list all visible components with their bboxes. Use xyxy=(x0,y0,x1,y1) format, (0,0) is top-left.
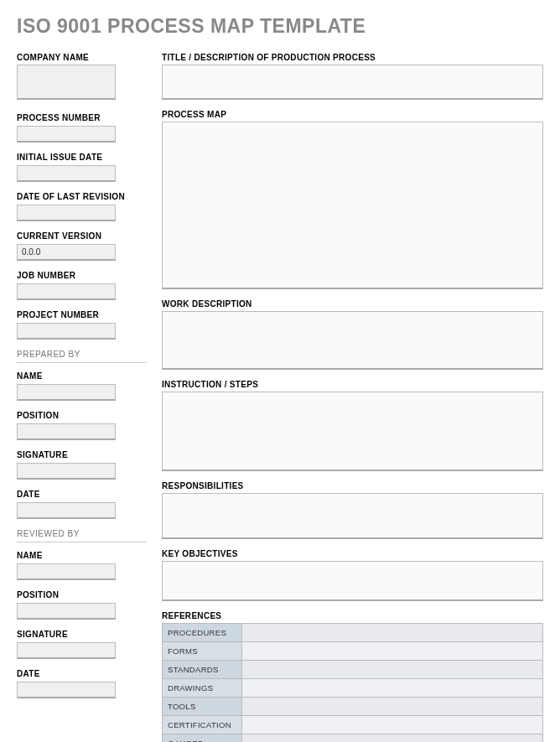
reference-value-cell[interactable] xyxy=(242,734,543,743)
project-number-label: PROJECT NUMBER xyxy=(17,310,147,319)
reference-label-cell: DRAWINGS xyxy=(163,679,242,698)
table-row: DRAWINGS xyxy=(163,679,543,698)
reviewed-date-label: DATE xyxy=(17,669,147,678)
project-number-input[interactable] xyxy=(17,323,116,340)
reference-label-cell: STANDARDS xyxy=(163,661,242,679)
reference-label-cell: TOOLS xyxy=(163,698,242,716)
company-name-label: COMPANY NAME xyxy=(17,53,147,62)
table-row: PROCEDURES xyxy=(163,624,543,642)
process-map-input[interactable] xyxy=(162,122,543,289)
prepared-date-input[interactable] xyxy=(17,502,116,519)
instruction-label: INSTRUCTION / STEPS xyxy=(162,380,543,389)
key-objectives-input[interactable] xyxy=(162,561,543,601)
reviewed-position-input[interactable] xyxy=(17,603,116,620)
references-table: PROCEDURESFORMSSTANDARDSDRAWINGSTOOLSCER… xyxy=(162,623,543,742)
process-number-input[interactable] xyxy=(17,126,116,143)
table-row: STANDARDS xyxy=(163,661,543,679)
reference-value-cell[interactable] xyxy=(242,698,543,716)
responsibilities-label: RESPONSIBILITIES xyxy=(162,481,543,490)
work-desc-label: WORK DESCRIPTION xyxy=(162,299,543,309)
title-desc-input[interactable] xyxy=(162,65,543,100)
reference-label-cell: PROCEDURES xyxy=(163,624,242,642)
table-row: TOOLS xyxy=(163,698,543,716)
reference-label-cell: GAUGES xyxy=(163,734,242,743)
prepared-position-input[interactable] xyxy=(17,423,116,440)
date-last-revision-input[interactable] xyxy=(17,205,116,221)
prepared-name-input[interactable] xyxy=(17,384,116,401)
prepared-name-label: NAME xyxy=(17,371,147,381)
title-desc-label: TITLE / DESCRIPTION OF PRODUCTION PROCES… xyxy=(162,53,543,62)
reviewed-position-label: POSITION xyxy=(17,590,147,599)
reference-value-cell[interactable] xyxy=(242,642,543,661)
prepared-by-header: PREPARED BY xyxy=(17,350,147,363)
reviewed-by-header: REVIEWED BY xyxy=(17,529,147,542)
form-layout: COMPANY NAME PROCESS NUMBER INITIAL ISSU… xyxy=(17,53,543,742)
prepared-date-label: DATE xyxy=(17,490,147,499)
process-number-label: PROCESS NUMBER xyxy=(17,113,147,122)
reference-label-cell: CERTIFICATION xyxy=(163,716,242,734)
prepared-signature-label: SIGNATURE xyxy=(17,450,147,459)
reviewed-signature-input[interactable] xyxy=(17,642,116,659)
job-number-label: JOB NUMBER xyxy=(17,271,147,280)
initial-issue-date-label: INITIAL ISSUE DATE xyxy=(17,153,147,162)
table-row: GAUGES xyxy=(163,734,543,743)
reference-label-cell: FORMS xyxy=(163,642,242,661)
current-version-input[interactable] xyxy=(17,244,116,261)
responsibilities-input[interactable] xyxy=(162,493,543,539)
job-number-input[interactable] xyxy=(17,283,116,300)
reviewed-signature-label: SIGNATURE xyxy=(17,630,147,639)
instruction-input[interactable] xyxy=(162,392,543,471)
table-row: FORMS xyxy=(163,642,543,661)
date-last-revision-label: DATE OF LAST REVISION xyxy=(17,192,147,201)
reviewed-date-input[interactable] xyxy=(17,682,116,698)
reference-value-cell[interactable] xyxy=(242,679,543,698)
reviewed-name-label: NAME xyxy=(17,551,147,560)
key-objectives-label: KEY OBJECTIVES xyxy=(162,549,543,558)
work-desc-input[interactable] xyxy=(162,311,543,370)
reviewed-name-input[interactable] xyxy=(17,563,116,580)
page-title: ISO 9001 PROCESS MAP TEMPLATE xyxy=(17,15,543,38)
left-column: COMPANY NAME PROCESS NUMBER INITIAL ISSU… xyxy=(17,53,147,742)
reference-value-cell[interactable] xyxy=(242,661,543,679)
reference-value-cell[interactable] xyxy=(242,716,543,734)
current-version-label: CURRENT VERSION xyxy=(17,231,147,241)
references-label: REFERENCES xyxy=(162,611,543,620)
initial-issue-date-input[interactable] xyxy=(17,165,116,182)
company-name-input[interactable] xyxy=(17,65,116,100)
prepared-signature-input[interactable] xyxy=(17,463,116,480)
reference-value-cell[interactable] xyxy=(242,624,543,642)
prepared-position-label: POSITION xyxy=(17,411,147,420)
right-column: TITLE / DESCRIPTION OF PRODUCTION PROCES… xyxy=(162,53,543,742)
process-map-label: PROCESS MAP xyxy=(162,110,543,119)
table-row: CERTIFICATION xyxy=(163,716,543,734)
